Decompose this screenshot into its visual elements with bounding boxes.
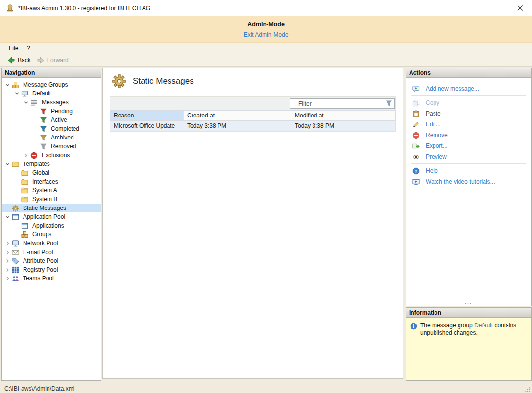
funnel-red-icon (39, 107, 47, 115)
tree-item-global[interactable]: Global (2, 168, 101, 177)
action-watch-video-tutorials[interactable]: Watch the video-tutorials... (406, 176, 531, 187)
window-title: *IBI-aws Admin 1.30.0 - registered for I… (18, 5, 150, 12)
tree-item-pending[interactable]: Pending (2, 107, 101, 116)
action-copy[interactable]: Copy (406, 97, 531, 108)
tree-item-exclusions[interactable]: Exclusions (2, 151, 101, 160)
app-window-icon (11, 213, 19, 221)
minimize-button[interactable] (464, 0, 486, 16)
close-icon (517, 5, 523, 11)
tree-item-templates[interactable]: Templates (2, 160, 101, 168)
export-icon (412, 142, 420, 150)
table-row[interactable]: Microsoft Office Update Today 3:38 PM To… (110, 121, 396, 132)
chevron-down-icon[interactable] (4, 81, 11, 89)
menu-help[interactable]: ? (23, 44, 35, 53)
tree-item-removed[interactable]: Removed (2, 142, 101, 151)
folder-icon (21, 169, 28, 177)
chevron-right-icon[interactable] (4, 240, 11, 247)
column-header-reason[interactable]: Reason (110, 111, 184, 120)
tree-item-active[interactable]: Active (2, 116, 101, 124)
forward-label: Forward (47, 57, 69, 64)
chevron-down-icon[interactable] (4, 213, 11, 221)
tree-item-label: Global (31, 169, 51, 177)
tree-item-label: E-mail Pool (22, 248, 54, 256)
chevron-right-icon[interactable] (4, 266, 11, 274)
tree-item-label: Pending (49, 107, 74, 115)
navigation-tree: Message Groups Default Messages Pending (2, 78, 101, 283)
menu-file[interactable]: File (4, 44, 23, 53)
tree-item-system-b[interactable]: System B (2, 195, 101, 204)
chevron-down-icon[interactable] (23, 99, 30, 106)
tree-item-system-a[interactable]: System A (2, 186, 101, 195)
chevron-right-icon[interactable] (4, 249, 11, 256)
tree-item-registry-pool[interactable]: Registry Pool (2, 265, 101, 274)
tree-item-default[interactable]: Default (2, 89, 101, 98)
chevron-right-icon[interactable] (23, 152, 30, 159)
computer-icon (21, 90, 28, 97)
toolbar: Back Forward (0, 54, 532, 67)
copy-icon (412, 99, 420, 107)
action-edit[interactable]: Edit... (406, 119, 531, 130)
action-help[interactable]: Help (406, 165, 531, 176)
tree-item-archived[interactable]: Archived (2, 133, 101, 142)
chevron-right-icon[interactable] (4, 275, 11, 282)
column-header-modified-at[interactable]: Modified at (291, 111, 395, 120)
app-icon (6, 4, 14, 12)
actions-overflow[interactable]: ... (406, 299, 531, 305)
cell-modified-at: Today 3:38 PM (291, 121, 395, 131)
tree-item-email-pool[interactable]: E-mail Pool (2, 248, 101, 256)
remove-icon (412, 131, 420, 139)
chevron-down-icon[interactable] (4, 161, 11, 168)
tree-item-network-pool[interactable]: Network Pool (2, 239, 101, 248)
resize-grip-icon[interactable] (524, 386, 531, 393)
status-bar: C:\IBI-aws\Admin\Data.xml (0, 383, 532, 393)
default-group-link[interactable]: Default (474, 322, 493, 329)
back-label: Back (18, 57, 31, 64)
tree-item-teams-pool[interactable]: Teams Pool (2, 274, 101, 283)
filter-input[interactable] (290, 98, 395, 109)
funnel-teal-icon (39, 125, 47, 133)
tree-item-interfaces[interactable]: Interfaces (2, 177, 101, 186)
tree-item-messages[interactable]: Messages (2, 98, 101, 107)
maximize-button[interactable] (486, 0, 509, 16)
action-remove[interactable]: Remove (406, 130, 531, 140)
action-export[interactable]: Export... (406, 140, 531, 151)
messages-list-icon (30, 98, 38, 106)
close-button[interactable] (509, 0, 532, 16)
chevron-down-icon[interactable] (13, 90, 21, 97)
tree-item-applications[interactable]: Applications (2, 221, 101, 230)
exit-admin-mode-link[interactable]: Exit Admin-Mode (244, 31, 289, 38)
tree-item-completed[interactable]: Completed (2, 124, 101, 133)
status-path: C:\IBI-aws\Admin\Data.xml (4, 385, 74, 392)
help-icon (412, 167, 420, 175)
tree-item-application-pool[interactable]: Application Pool (2, 212, 101, 221)
column-header-created-at[interactable]: Created at (184, 111, 291, 120)
expander-spacer (13, 169, 21, 177)
tree-item-label: Messages (40, 98, 70, 106)
cell-reason: Microsoft Office Update (110, 121, 184, 131)
action-preview[interactable]: Preview (406, 151, 531, 162)
tree-item-label: Removed (49, 142, 77, 150)
tree-item-groups[interactable]: Groups (2, 230, 101, 239)
action-add-new-message[interactable]: Add new message... (406, 83, 531, 94)
expander-spacer (32, 143, 39, 150)
tree-item-label: System B (31, 195, 59, 203)
funnel-gray-icon (39, 142, 47, 150)
expander-spacer (13, 231, 21, 238)
navigation-header: Navigation (2, 68, 101, 78)
action-paste[interactable]: Paste (406, 108, 531, 119)
information-header: Information (406, 308, 531, 318)
tree-item-static-messages[interactable]: Static Messages (2, 204, 101, 212)
back-button[interactable]: Back (5, 55, 35, 65)
funnel-icon[interactable] (386, 100, 392, 107)
admin-mode-banner: Admin-Mode Exit Admin-Mode (0, 16, 532, 43)
chevron-right-icon[interactable] (4, 257, 11, 265)
tree-item-label: Teams Pool (22, 275, 55, 282)
tree-item-label: Attribute Pool (22, 257, 60, 265)
folder-icon (21, 178, 28, 185)
tree-item-attribute-pool[interactable]: Attribute Pool (2, 256, 101, 265)
tree-item-message-groups[interactable]: Message Groups (2, 80, 101, 89)
info-icon (410, 323, 417, 330)
title-bar: *IBI-aws Admin 1.30.0 - registered for I… (0, 0, 532, 16)
forward-button[interactable]: Forward (35, 55, 73, 65)
action-label: Preview (426, 153, 447, 160)
